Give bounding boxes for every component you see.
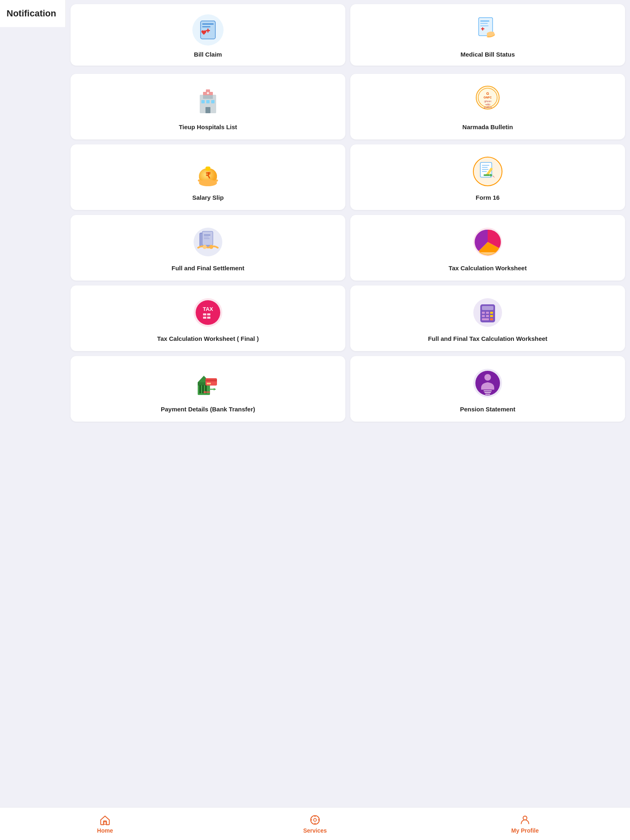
svg-point-90 [314,818,317,821]
card-medical-bill-status[interactable]: Medical Bill Status [350,4,625,66]
card-full-final-tax[interactable]: Full and Final Tax Calculation Worksheet [350,285,625,351]
svg-rect-86 [484,392,491,393]
svg-rect-31 [205,167,210,171]
payment-label: Payment Details (Bank Transfer) [161,405,255,413]
svg-text:ગુજરાત: ગુજરાત [484,100,491,103]
tax-worksheet-icon [471,226,504,258]
nav-home[interactable]: Home [0,811,210,837]
nav-services[interactable]: Services [210,811,420,837]
top-partial-row: Bill Claim [66,0,630,70]
svg-text:GNFC: GNFC [484,96,492,99]
svg-rect-70 [490,318,493,320]
svg-rect-67 [486,315,489,317]
svg-marker-80 [214,388,216,390]
svg-rect-74 [199,385,201,393]
svg-text:₹: ₹ [205,171,211,180]
svg-rect-59 [207,317,210,319]
svg-rect-3 [202,26,210,27]
bill-claim-icon [192,14,224,46]
svg-rect-77 [205,378,217,386]
tieup-hospitals-label: Tieup Hospitals List [179,123,237,131]
sidebar-panel: Notification [0,0,66,27]
svg-rect-8 [480,23,488,24]
svg-point-84 [484,374,491,381]
nav-my-profile[interactable]: My Profile [420,811,630,837]
card-tax-worksheet[interactable]: Tax Calculation Worksheet [350,215,625,281]
svg-text:ફરમીરન: ફરમીરન [484,106,492,109]
svg-rect-17 [206,100,210,103]
svg-rect-48 [204,237,209,237]
bottom-nav: Home Services My Profile [0,807,630,840]
svg-rect-63 [482,312,485,314]
svg-rect-42 [484,174,490,176]
salary-icon: ₹ [192,155,224,188]
svg-rect-62 [482,306,493,310]
card-narmada-bulletin[interactable]: G GNFC ગુજરાત નર્મદા ફરમીરન Narmada Bull… [350,74,625,139]
tax-worksheet-label: Tax Calculation Worksheet [449,264,527,272]
bill-claim-label: Bill Claim [194,50,222,59]
svg-text:TAX: TAX [203,306,213,312]
svg-rect-7 [480,21,489,22]
svg-rect-87 [485,394,490,395]
svg-rect-56 [203,313,206,315]
svg-rect-5 [208,28,209,32]
card-form-16[interactable]: Form 16 [350,144,625,210]
svg-rect-68 [490,315,493,317]
card-full-final-settlement[interactable]: Full and Final Settlement [71,215,345,281]
svg-rect-57 [207,313,210,315]
svg-rect-38 [482,169,488,170]
card-pension-statement[interactable]: Pension Statement [350,356,625,422]
card-bill-claim[interactable]: Bill Claim [71,4,345,66]
svg-rect-36 [482,165,489,166]
cards-grid: Tieup Hospitals List G GNFC ગુજરાત [66,70,630,426]
svg-rect-58 [203,317,206,319]
card-tieup-hospitals[interactable]: Tieup Hospitals List [71,74,345,139]
card-tax-final[interactable]: TAX Tax Calculation Worksheet ( Final ) [71,285,345,351]
svg-rect-65 [490,312,493,314]
content-area: Bill Claim [0,0,630,426]
svg-rect-13 [203,95,213,99]
svg-rect-66 [482,315,485,317]
svg-point-54 [196,300,220,325]
tax-final-icon: TAX [192,296,224,329]
svg-rect-11 [482,27,484,30]
home-icon [99,814,111,826]
form16-icon [471,155,504,188]
svg-rect-19 [205,107,210,113]
svg-rect-85 [484,390,492,391]
card-salary-slip[interactable]: ₹ Salary Slip [71,144,345,210]
svg-rect-2 [202,23,214,25]
svg-rect-49 [204,238,210,239]
settlement-icon [192,226,224,258]
svg-text:G: G [486,91,489,96]
svg-rect-64 [486,312,489,314]
card-payment-details[interactable]: Payment Details (Bank Transfer) [71,356,345,422]
svg-rect-9 [480,25,488,26]
medical-bill-label: Medical Bill Status [461,50,515,59]
medical-bill-icon [471,14,504,46]
svg-point-33 [199,180,217,186]
narmada-bulletin-label: Narmada Bulletin [462,123,513,131]
page-wrapper: Notification [0,0,630,426]
salary-slip-label: Salary Slip [192,194,224,202]
pension-icon [471,367,504,399]
gnfc-icon: G GNFC ગુજરાત નર્મદા ફરમીરન [471,84,504,117]
nav-profile-label: My Profile [511,827,539,834]
full-final-tax-icon [471,296,504,329]
nav-home-label: Home [97,827,113,834]
svg-point-95 [523,816,527,819]
svg-rect-69 [482,318,489,320]
nav-services-label: Services [303,827,327,834]
form16-label: Form 16 [476,194,500,202]
tax-final-label: Tax Calculation Worksheet ( Final ) [157,335,259,343]
svg-rect-21 [208,92,208,94]
svg-rect-18 [211,100,215,103]
svg-rect-37 [482,167,488,168]
full-final-tax-label: Full and Final Tax Calculation Worksheet [428,335,547,343]
svg-rect-39 [482,171,487,172]
hospital-icon [192,84,224,117]
svg-rect-47 [204,235,210,235]
svg-text:નર્મદા: નર્મદા [485,103,491,106]
payment-icon [192,367,224,399]
svg-rect-78 [205,379,217,381]
